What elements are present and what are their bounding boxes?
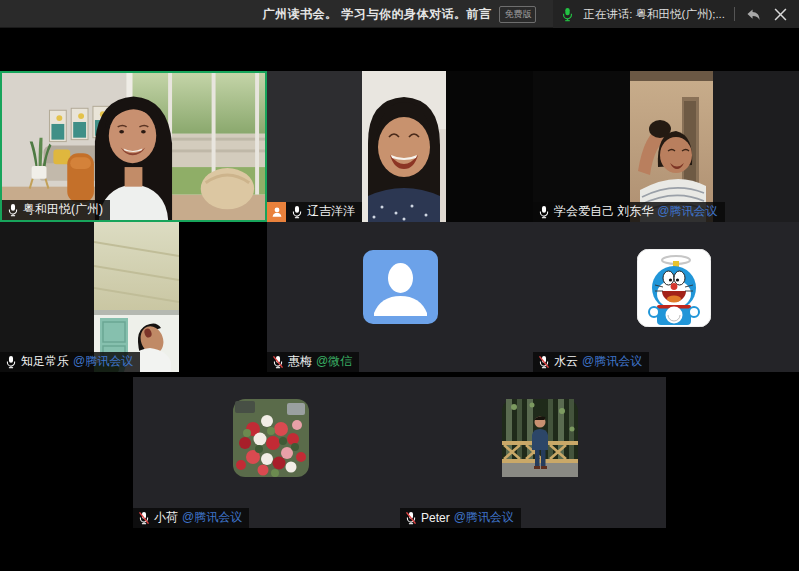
video-tile-yuehetianyue[interactable]: 粤和田悦(广州) bbox=[0, 71, 267, 222]
mic-icon bbox=[538, 205, 550, 219]
mic-muted-icon bbox=[272, 355, 284, 369]
person-placeholder-icon bbox=[363, 250, 438, 324]
video-tile-shuiyun[interactable]: 水云 @腾讯会议 bbox=[533, 222, 799, 372]
host-person-badge-icon bbox=[267, 202, 286, 222]
doraemon-avatar bbox=[637, 249, 711, 327]
participant-name: Peter bbox=[421, 511, 450, 525]
video-feed-woman-tan-room bbox=[630, 71, 713, 222]
video-tile-zhizuchangle[interactable]: 知足常乐 @腾讯会议 bbox=[0, 222, 267, 372]
meeting-title: 广州读书会。 学习与你的身体对话。前言 bbox=[263, 6, 492, 23]
video-feed-looking-up bbox=[94, 222, 179, 372]
nameplate: Peter @腾讯会议 bbox=[400, 508, 521, 528]
titlebar: 广州读书会。 学习与你的身体对话。前言 免费版 正在讲话: 粤和田悦(广州);.… bbox=[0, 0, 799, 28]
mic-muted-icon bbox=[405, 511, 417, 525]
speaking-mic-icon bbox=[561, 7, 574, 22]
letterbox bbox=[179, 222, 267, 372]
video-tile-peter[interactable]: Peter @腾讯会议 bbox=[400, 377, 666, 528]
platform-label: @腾讯会议 bbox=[582, 353, 642, 370]
platform-label: @腾讯会议 bbox=[182, 509, 242, 526]
platform-label: @腾讯会议 bbox=[73, 353, 133, 370]
mic-icon bbox=[5, 355, 17, 369]
platform-label: @腾讯会议 bbox=[454, 509, 514, 526]
nameplate: 学会爱自己 刘东华 @腾讯会议 bbox=[533, 202, 725, 222]
restore-arrow-icon[interactable] bbox=[744, 5, 762, 23]
titlebar-right: 正在讲话: 粤和田悦(广州);... bbox=[553, 0, 799, 28]
platform-label: @微信 bbox=[316, 353, 352, 370]
titlebar-divider bbox=[734, 7, 735, 21]
meeting-window: 广州读书会。 学习与你的身体对话。前言 免费版 正在讲话: 粤和田悦(广州);.… bbox=[0, 0, 799, 571]
close-icon[interactable] bbox=[771, 5, 789, 23]
letterbox bbox=[267, 71, 362, 222]
video-tile-xiaohe[interactable]: 小荷 @腾讯会议 bbox=[133, 377, 400, 528]
video-feed-smiling-woman bbox=[362, 71, 446, 222]
participant-name: 学会爱自己 刘东华 bbox=[554, 203, 653, 220]
speaking-indicator: 正在讲话: 粤和田悦(广州);... bbox=[583, 7, 725, 22]
nameplate: 辽吉洋洋 bbox=[267, 202, 362, 222]
mic-icon bbox=[291, 205, 303, 219]
participant-name: 水云 bbox=[554, 353, 578, 370]
video-grid: 粤和田悦(广州) bbox=[0, 28, 799, 571]
nameplate: 知足常乐 @腾讯会议 bbox=[0, 352, 140, 372]
roses-avatar bbox=[233, 399, 309, 477]
nameplate: 惠梅 @微信 bbox=[267, 352, 359, 372]
participant-name: 辽吉洋洋 bbox=[307, 203, 355, 220]
letterbox bbox=[0, 222, 94, 372]
video-feed-living-room bbox=[2, 73, 265, 220]
participant-name: 惠梅 bbox=[288, 353, 312, 370]
letterbox bbox=[533, 71, 630, 222]
nameplate: 小荷 @腾讯会议 bbox=[133, 508, 249, 528]
platform-label: @腾讯会议 bbox=[657, 203, 717, 220]
nameplate: 水云 @腾讯会议 bbox=[533, 352, 649, 372]
bamboo-photo-avatar bbox=[502, 399, 578, 477]
video-tile-liudonghua[interactable]: 学会爱自己 刘东华 @腾讯会议 bbox=[533, 71, 799, 222]
nameplate: 粤和田悦(广州) bbox=[2, 200, 110, 220]
letterbox bbox=[446, 71, 533, 222]
mic-muted-icon bbox=[538, 355, 550, 369]
participant-name: 知足常乐 bbox=[21, 353, 69, 370]
participant-name: 粤和田悦(广州) bbox=[23, 201, 103, 218]
letterbox bbox=[713, 71, 799, 222]
free-version-badge: 免费版 bbox=[499, 6, 536, 23]
participant-name: 小荷 bbox=[154, 509, 178, 526]
mic-icon bbox=[7, 203, 19, 217]
mic-muted-icon bbox=[138, 511, 150, 525]
video-tile-liaojiyangyang[interactable]: 辽吉洋洋 bbox=[267, 71, 533, 222]
video-tile-huimei[interactable]: 惠梅 @微信 bbox=[267, 222, 533, 372]
